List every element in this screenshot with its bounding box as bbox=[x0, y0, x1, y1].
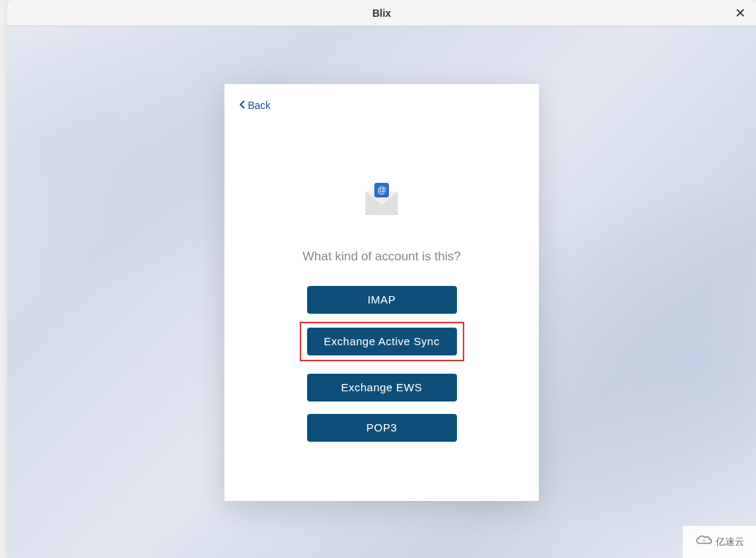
watermark-text: 亿速云 bbox=[716, 535, 744, 548]
account-setup-modal: Back @ What kind of account is this? bbox=[224, 84, 539, 501]
pop3-button[interactable]: POP3 bbox=[307, 414, 457, 442]
app-window: Blix ✕ Back @ bbox=[7, 0, 756, 558]
back-label: Back bbox=[248, 99, 271, 111]
titlebar: Blix ✕ bbox=[7, 0, 756, 26]
window-title: Blix bbox=[372, 7, 391, 19]
cloud-icon: ∞ bbox=[695, 535, 713, 549]
svg-text:∞: ∞ bbox=[702, 538, 705, 543]
watermark: ∞ 亿速云 bbox=[683, 526, 756, 558]
exchange-ews-button[interactable]: Exchange EWS bbox=[307, 374, 457, 401]
chevron-left-icon bbox=[239, 99, 246, 111]
back-button[interactable]: Back bbox=[239, 99, 271, 111]
mail-envelope-icon: @ bbox=[360, 181, 404, 216]
modal-body: @ What kind of account is this? IMAP Exc… bbox=[239, 112, 524, 454]
account-type-question: What kind of account is this? bbox=[303, 249, 461, 264]
imap-button[interactable]: IMAP bbox=[307, 286, 457, 314]
content-area: Back @ What kind of account is this? bbox=[7, 26, 756, 558]
exchange-active-sync-button[interactable]: Exchange Active Sync bbox=[307, 328, 457, 355]
highlighted-option-frame: Exchange Active Sync bbox=[300, 322, 464, 361]
svg-text:@: @ bbox=[377, 185, 386, 195]
close-button[interactable]: ✕ bbox=[733, 6, 747, 20]
